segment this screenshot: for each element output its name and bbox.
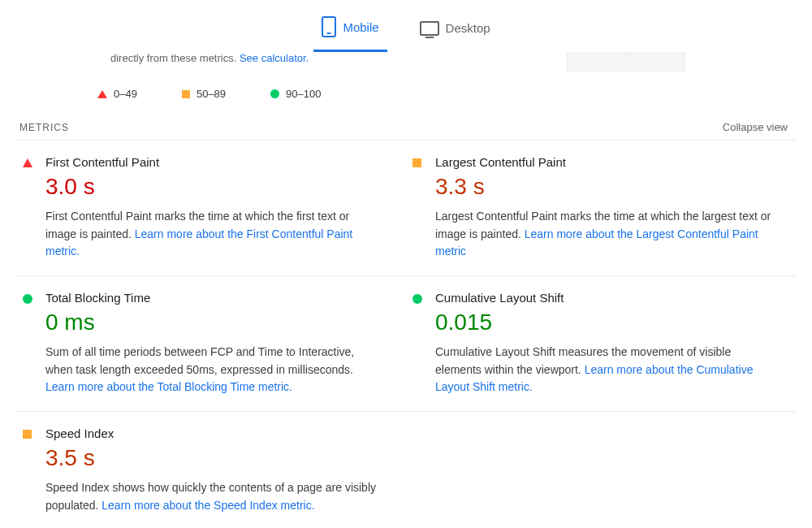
circle-icon [412, 294, 422, 304]
metric-value: 0.015 [435, 309, 780, 335]
metric-card: First Contentful Paint3.0 sFirst Content… [16, 141, 406, 276]
metric-status-icon [23, 291, 34, 396]
score-legend: 0–49 50–89 90–100 [16, 71, 796, 115]
metric-title: Cumulative Layout Shift [435, 291, 780, 305]
metric-card: Cumulative Layout Shift0.015Cumulative L… [406, 276, 796, 412]
metric-title: Largest Contentful Paint [435, 155, 780, 169]
metric-description: First Contentful Paint marks the time at… [45, 208, 382, 261]
metric-description: Speed Index shows how quickly the conten… [45, 479, 382, 514]
metrics-section-header: METRICS Collapse view [16, 115, 796, 140]
metric-body: Cumulative Layout Shift0.015Cumulative L… [435, 291, 780, 396]
metric-description: Largest Contentful Paint marks the time … [435, 208, 780, 261]
tab-mobile[interactable]: Mobile [313, 16, 387, 52]
circle-icon [23, 294, 32, 304]
metric-body: Largest Contentful Paint3.3 sLargest Con… [435, 155, 780, 261]
triangle-icon [23, 158, 32, 167]
circle-icon [270, 89, 279, 98]
learn-more-link[interactable]: Learn more about the Total Blocking Time… [45, 380, 292, 393]
square-icon [412, 158, 421, 167]
metric-card: Largest Contentful Paint3.3 sLargest Con… [406, 141, 796, 276]
metric-title: Total Blocking Time [45, 291, 382, 305]
metric-card: Speed Index3.5 sSpeed Index shows how qu… [16, 412, 406, 528]
legend-orange: 50–89 [182, 88, 226, 100]
metric-value: 3.5 s [45, 445, 382, 471]
legend-green: 90–100 [270, 88, 321, 100]
metric-status-icon [412, 155, 424, 261]
tab-desktop-label: Desktop [446, 21, 490, 35]
triangle-icon [97, 90, 107, 98]
metric-card: Total Blocking Time0 msSum of all time p… [16, 276, 406, 412]
square-icon [23, 430, 32, 439]
see-calculator-link[interactable]: See calculator. [240, 52, 309, 64]
top-info-row: directly from these metrics. See calcula… [16, 52, 796, 71]
tab-mobile-label: Mobile [343, 20, 378, 34]
metric-value: 0 ms [45, 309, 382, 335]
top-info-text: directly from these metrics. [110, 52, 240, 64]
metric-status-icon [23, 155, 34, 261]
metric-description: Cumulative Layout Shift measures the mov… [435, 344, 780, 396]
mobile-icon [322, 16, 336, 37]
metric-title: Speed Index [45, 426, 382, 440]
metrics-grid: First Contentful Paint3.0 sFirst Content… [16, 140, 796, 528]
metric-status-icon [23, 426, 34, 514]
metric-description: Sum of all time periods between FCP and … [45, 344, 382, 396]
metric-body: First Contentful Paint3.0 sFirst Content… [45, 155, 382, 261]
metric-value: 3.3 s [435, 174, 780, 200]
metric-value: 3.0 s [45, 174, 382, 200]
legend-red-label: 0–49 [114, 88, 137, 100]
metric-body: Total Blocking Time0 msSum of all time p… [45, 291, 382, 396]
square-icon [182, 90, 190, 98]
legend-red: 0–49 [97, 88, 137, 100]
metric-title: First Contentful Paint [45, 155, 382, 169]
metric-status-icon [412, 291, 424, 396]
legend-green-label: 90–100 [286, 88, 321, 100]
thumbnail-placeholder [567, 52, 685, 71]
section-title: METRICS [19, 122, 69, 133]
metric-description-text: Sum of all time periods between FCP and … [45, 345, 354, 376]
desktop-icon [420, 21, 439, 36]
device-tabs: Mobile Desktop [0, 0, 812, 52]
tab-desktop[interactable]: Desktop [412, 16, 499, 52]
collapse-view-toggle[interactable]: Collapse view [723, 121, 788, 133]
legend-orange-label: 50–89 [197, 88, 226, 100]
metric-body: Speed Index3.5 sSpeed Index shows how qu… [45, 426, 382, 514]
learn-more-link[interactable]: Learn more about the Speed Index metric. [102, 499, 314, 512]
